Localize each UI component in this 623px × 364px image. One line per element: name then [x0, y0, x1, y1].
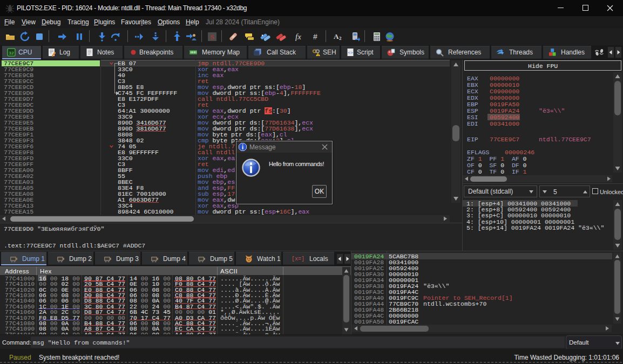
svg-text:S: S — [210, 33, 214, 41]
svg-text:<>: <> — [348, 50, 353, 55]
svg-text:!: ! — [317, 53, 319, 57]
svg-text:32: 32 — [9, 51, 14, 56]
svg-text:A: A — [334, 32, 339, 40]
svg-text:2: 2 — [339, 36, 342, 41]
svg-text:#: # — [313, 32, 317, 41]
svg-text:fx: fx — [295, 32, 301, 41]
